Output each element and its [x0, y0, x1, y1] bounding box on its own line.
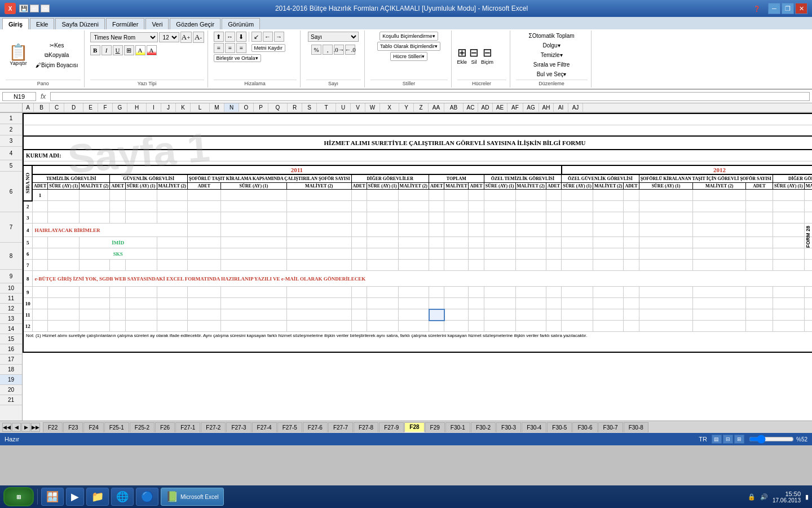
rn-4[interactable]: 4 — [0, 147, 22, 160]
rn-1[interactable]: 1 — [0, 113, 22, 124]
tab-F27-3[interactable]: F27-3 — [226, 422, 251, 432]
tab-F23[interactable]: F23 — [63, 422, 83, 432]
align-bottom-btn[interactable]: ⬇ — [236, 32, 246, 42]
show-desktop-btn[interactable]: ▮ — [805, 493, 809, 501]
col-S[interactable]: S — [302, 103, 317, 112]
col-U[interactable]: U — [336, 103, 351, 112]
tablo-bicim-btn[interactable]: Tablo Olarak Biçimlendir▾ — [377, 42, 440, 51]
row-8-num[interactable]: 8 — [23, 271, 32, 287]
help-icon[interactable]: ❓ — [753, 6, 760, 12]
col-AI[interactable]: AI — [554, 103, 568, 112]
row-11-num[interactable]: 11 — [23, 309, 32, 321]
r1-c10[interactable] — [367, 190, 398, 201]
col-Z[interactable]: Z — [414, 103, 429, 112]
cell-reference-input[interactable] — [2, 92, 36, 101]
undo-btn[interactable]: ↩ — [30, 5, 39, 12]
sil-label[interactable]: Sil — [471, 59, 477, 65]
col-X[interactable]: X — [380, 103, 399, 112]
row-3-num[interactable]: 3 — [23, 212, 32, 224]
tab-F28-active[interactable]: F28 — [404, 422, 424, 432]
col-F[interactable]: F — [98, 103, 113, 112]
r1-c22[interactable] — [693, 190, 745, 201]
r1-c4[interactable] — [125, 190, 157, 201]
fill-color-button[interactable]: A — [135, 45, 145, 55]
rn-11[interactable]: 11 — [0, 294, 22, 304]
zoom-slider[interactable] — [749, 435, 794, 444]
tab-F22[interactable]: F22 — [43, 422, 63, 432]
underline-button[interactable]: U — [113, 45, 123, 55]
tab-F27-1[interactable]: F27-1 — [175, 422, 200, 432]
dolgu-btn[interactable]: Dolgu▾ — [541, 41, 563, 50]
row-6-num[interactable]: 6 — [23, 248, 32, 260]
col-V[interactable]: V — [351, 103, 365, 112]
taskbar-excel[interactable]: 📗 Microsoft Excel — [161, 488, 224, 506]
col-P[interactable]: P — [254, 103, 268, 112]
taskbar-files[interactable]: 📁 — [86, 488, 109, 506]
r1-c11[interactable] — [398, 190, 429, 201]
metni-kaydir-btn[interactable]: Metni Kaydır — [251, 44, 286, 52]
tab-gorunum[interactable]: Görünüm — [222, 18, 260, 29]
tab-F27-2[interactable]: F27-2 — [201, 422, 226, 432]
r1-c13[interactable] — [444, 190, 469, 201]
tab-F27-5[interactable]: F27-5 — [277, 422, 302, 432]
rn-18[interactable]: 18 — [0, 365, 22, 375]
tab-formuller[interactable]: Formüller — [106, 18, 144, 29]
row-1-num[interactable]: 1 — [32, 190, 48, 201]
tab-F30-2[interactable]: F30-2 — [471, 422, 496, 432]
tab-veri[interactable]: Veri — [145, 18, 169, 29]
number-format-select[interactable]: Sayı — [308, 32, 359, 42]
tab-F29[interactable]: F29 — [425, 422, 445, 432]
col-I[interactable]: I — [147, 103, 161, 112]
r1-c3[interactable] — [110, 190, 125, 201]
rn-10[interactable]: 10 — [0, 283, 22, 294]
r1-c7[interactable] — [220, 190, 286, 201]
rn-14[interactable]: 14 — [0, 324, 22, 334]
align-right-btn[interactable]: ≡ — [236, 43, 246, 53]
rn-12[interactable]: 12 — [0, 304, 22, 314]
redo-btn[interactable]: ↪ — [41, 5, 50, 12]
col-A[interactable]: A — [23, 103, 34, 112]
border-button[interactable]: ⊞ — [124, 45, 134, 55]
r1-c19[interactable] — [593, 190, 624, 201]
rn-19-selected[interactable]: 19 — [0, 375, 22, 385]
r1-c15[interactable] — [484, 190, 515, 201]
italic-button[interactable]: I — [102, 45, 112, 55]
col-AE[interactable]: AE — [493, 103, 508, 112]
col-K[interactable]: K — [176, 103, 191, 112]
kopyala-button[interactable]: ⧉ Kopyala — [33, 51, 81, 60]
tab-F27-4[interactable]: F27-4 — [252, 422, 277, 432]
col-Y[interactable]: Y — [399, 103, 414, 112]
bold-button[interactable]: B — [90, 45, 100, 55]
ebütçe-cell[interactable]: e-BÜTÇE GİRİŞ İZNİ YOK, SGDB WEB SAYFASI… — [32, 271, 812, 287]
row-9-num[interactable]: 9 — [23, 287, 32, 298]
col-O[interactable]: O — [239, 103, 254, 112]
tab-giris[interactable]: Giriş — [2, 18, 29, 29]
rn-13[interactable]: 13 — [0, 314, 22, 324]
tab-F27-8[interactable]: F27-8 — [354, 422, 378, 432]
tab-F30-7[interactable]: F30-7 — [598, 422, 623, 432]
col-W[interactable]: W — [365, 103, 380, 112]
tab-F25-2[interactable]: F25-2 — [130, 422, 155, 432]
tab-ekle[interactable]: Ekle — [30, 18, 54, 29]
tab-gozden-gecir[interactable]: Gözden Geçir — [170, 18, 220, 29]
col-J[interactable]: J — [161, 103, 176, 112]
r1-c20[interactable] — [624, 190, 639, 201]
tab-F25-1[interactable]: F25-1 — [104, 422, 129, 432]
ekle-label[interactable]: Ekle — [457, 59, 467, 65]
align-left-btn[interactable]: ≡ — [214, 43, 224, 53]
quick-save[interactable]: 💾 — [19, 5, 28, 12]
r1-c14[interactable] — [469, 190, 484, 201]
formula-input[interactable] — [50, 92, 810, 101]
rn-5[interactable]: 5 — [0, 160, 22, 172]
r1-c24[interactable] — [773, 190, 804, 201]
r1-c9[interactable] — [351, 190, 367, 201]
col-AG[interactable]: AG — [523, 103, 539, 112]
taskbar-explorer[interactable]: 🪟 — [41, 488, 64, 506]
empty-row2[interactable] — [23, 125, 812, 136]
row-7-num[interactable]: 7 — [23, 260, 32, 271]
col-C[interactable]: C — [50, 103, 64, 112]
r1-c21[interactable] — [639, 190, 693, 201]
kes-button[interactable]: ✂ Kes — [33, 41, 81, 50]
r1-c1[interactable] — [48, 190, 80, 201]
rn-15[interactable]: 15 — [0, 334, 22, 344]
